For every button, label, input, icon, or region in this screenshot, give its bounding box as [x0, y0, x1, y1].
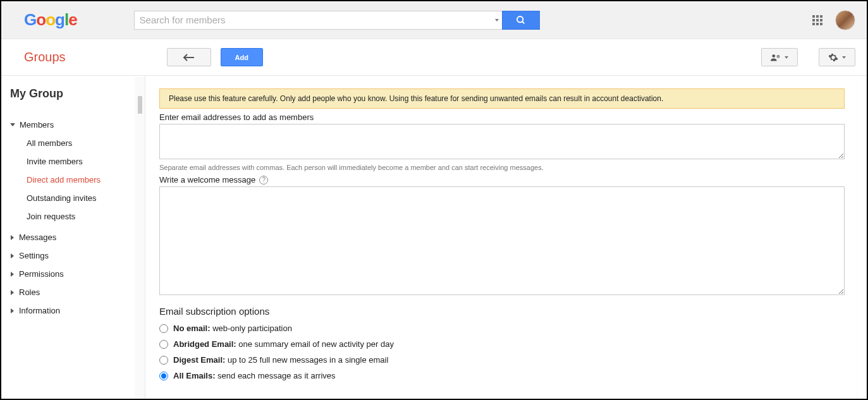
- gear-icon: [828, 52, 838, 63]
- add-button[interactable]: Add: [221, 48, 263, 66]
- sidebar-label: Settings: [19, 251, 49, 260]
- chevron-down-icon: [495, 19, 499, 21]
- svg-point-5: [778, 56, 779, 57]
- search-button[interactable]: [502, 11, 540, 30]
- sidebar-item-all-members[interactable]: All members: [1, 134, 145, 152]
- chevron-down-icon: [10, 123, 15, 126]
- main-scrollbar[interactable]: [857, 77, 857, 399]
- radio-abridged-email[interactable]: [159, 340, 168, 349]
- sidebar-label: Roles: [19, 288, 40, 297]
- action-bar: Groups Add: [1, 39, 867, 76]
- sidebar-item-outstanding-invites[interactable]: Outstanding invites: [1, 189, 145, 207]
- sidebar-label: Permissions: [19, 269, 64, 279]
- welcome-message-label: Write a welcome message ?: [159, 175, 845, 185]
- apps-icon[interactable]: [812, 15, 822, 25]
- warning-banner: Please use this feature carefully. Only …: [159, 88, 845, 109]
- chevron-right-icon: [11, 290, 14, 295]
- google-logo[interactable]: Google: [24, 10, 77, 30]
- person-gear-icon: [771, 53, 781, 62]
- svg-point-3: [772, 54, 775, 58]
- back-arrow-icon: [183, 54, 195, 61]
- welcome-message-input[interactable]: [159, 186, 845, 295]
- main-panel: Please use this feature carefully. Only …: [145, 76, 857, 399]
- settings-button[interactable]: [819, 48, 855, 66]
- search-icon: [516, 15, 526, 25]
- sidebar-toggle-messages[interactable]: Messages: [1, 228, 145, 246]
- email-addresses-input[interactable]: [159, 124, 845, 159]
- action-bar-right: [761, 48, 855, 66]
- help-icon[interactable]: ?: [259, 176, 268, 185]
- option-abridged-email[interactable]: Abridged Email: one summary email of new…: [159, 336, 845, 352]
- sidebar-toggle-roles[interactable]: Roles: [1, 283, 145, 301]
- option-digest-email[interactable]: Digest Email: up to 25 full new messages…: [159, 352, 845, 368]
- email-addresses-hint: Separate email addresses with commas. Ea…: [159, 164, 845, 171]
- sidebar-label: Members: [20, 120, 54, 130]
- search-container: [134, 11, 540, 30]
- top-bar: Google: [1, 1, 867, 39]
- radio-all-emails[interactable]: [159, 372, 168, 380]
- sidebar-toggle-permissions[interactable]: Permissions: [1, 265, 145, 283]
- svg-line-1: [522, 21, 524, 23]
- subscription-options-heading: Email subscription options: [159, 306, 845, 317]
- chevron-down-icon: [842, 56, 846, 59]
- back-button[interactable]: [167, 48, 211, 66]
- svg-point-0: [517, 16, 523, 22]
- profile-avatar[interactable]: [835, 10, 855, 30]
- radio-digest-email[interactable]: [159, 356, 168, 365]
- chevron-down-icon: [785, 56, 788, 59]
- chevron-right-icon: [11, 308, 14, 313]
- search-input[interactable]: [134, 11, 488, 30]
- sidebar-toggle-members[interactable]: Members: [1, 116, 145, 134]
- sidebar-item-join-requests[interactable]: Join requests: [1, 207, 145, 226]
- chevron-right-icon: [11, 253, 14, 258]
- chevron-right-icon: [11, 272, 14, 277]
- group-name-heading: My Group: [1, 87, 145, 116]
- sidebar-label: Messages: [19, 233, 56, 242]
- member-settings-button[interactable]: [761, 48, 798, 66]
- sidebar-item-direct-add-members[interactable]: Direct add members: [1, 171, 145, 189]
- sidebar-toggle-settings[interactable]: Settings: [1, 246, 145, 265]
- sidebar-item-invite-members[interactable]: Invite members: [1, 152, 145, 171]
- email-addresses-label: Enter email addresses to add as members: [159, 112, 845, 122]
- groups-title[interactable]: Groups: [24, 50, 66, 64]
- sidebar-toggle-information[interactable]: Information: [1, 301, 145, 320]
- sidebar-section-members: Members All members Invite members Direc…: [1, 116, 145, 226]
- content-area: My Group Members All members Invite memb…: [1, 76, 867, 399]
- search-dropdown-toggle[interactable]: [488, 11, 502, 30]
- top-right-controls: [812, 10, 855, 30]
- option-all-emails[interactable]: All Emails: send each message as it arri…: [159, 368, 845, 384]
- sidebar-scrollbar[interactable]: [135, 77, 145, 399]
- sidebar: My Group Members All members Invite memb…: [1, 76, 145, 399]
- radio-no-email[interactable]: [159, 324, 168, 333]
- chevron-right-icon: [11, 235, 14, 240]
- option-no-email[interactable]: No email: web-only participation: [159, 320, 845, 336]
- sidebar-label: Information: [19, 306, 60, 315]
